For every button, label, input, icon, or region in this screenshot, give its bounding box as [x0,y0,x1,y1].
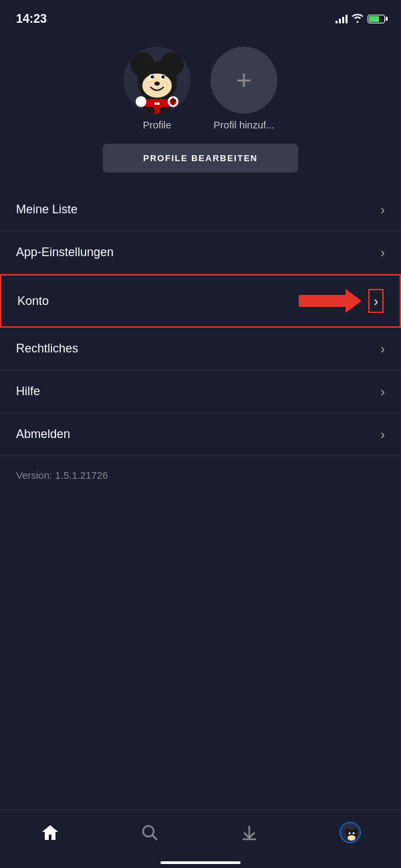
menu-item-hilfe[interactable]: Hilfe › [0,370,401,413]
menu-item-label: Hilfe [16,385,40,399]
menu-item-label: Meine Liste [16,203,78,217]
svg-point-8 [162,76,165,79]
download-icon [240,823,259,842]
menu-item-konto[interactable]: Konto › [0,274,401,328]
signal-icon [336,14,348,23]
svg-point-17 [136,96,146,107]
svg-point-27 [348,835,356,841]
battery-icon [368,15,385,23]
home-icon [41,823,59,842]
profile-label-add: Profil hinzuf... [214,119,275,130]
edit-profiles-button[interactable]: PROFILE BEARBEITEN [103,144,297,173]
svg-point-29 [352,832,354,834]
menu-list: Meine Liste › App-Einstellungen › Konto … [0,189,401,456]
nav-profile[interactable] [340,822,361,843]
menu-item-label: Abmelden [16,427,70,441]
status-bar: 14:23 [0,0,401,33]
chevron-right-icon: › [380,341,385,356]
svg-point-11 [154,102,157,105]
add-profile-avatar[interactable]: + [211,47,277,114]
svg-rect-13 [142,107,154,114]
status-time: 14:23 [16,12,47,26]
svg-line-21 [152,835,157,840]
konto-arrow-area: › [299,289,384,313]
profile-label-existing: Profile [143,119,172,130]
chevron-right-icon: › [380,427,385,442]
nav-downloads[interactable] [240,823,259,842]
mickey-svg [124,47,190,114]
nav-search[interactable] [140,823,159,842]
menu-item-label: Konto [17,294,49,308]
search-icon [140,823,159,842]
version-text: Version: 1.5.1.21726 [0,456,401,494]
menu-item-label: Rechtliches [16,342,78,356]
svg-point-28 [348,832,350,834]
status-icons [336,13,385,25]
svg-rect-14 [160,107,172,114]
home-indicator [160,861,241,864]
chevron-right-icon: › [380,384,385,399]
nav-home[interactable] [41,823,59,842]
menu-item-label: App-Einstellungen [16,245,114,259]
nav-profile-avatar [340,822,361,843]
wifi-icon [352,13,364,25]
plus-icon: + [236,67,251,94]
chevron-container: › [368,289,384,313]
svg-point-7 [151,76,154,79]
chevron-right-icon: › [380,202,385,217]
svg-point-12 [157,102,160,105]
profile-item-existing[interactable]: Profile [124,47,190,130]
menu-item-abmelden[interactable]: Abmelden › [0,413,401,456]
menu-item-meine-liste[interactable]: Meine Liste › [0,189,401,231]
profile-avatar-mickey[interactable] [124,47,190,114]
bottom-nav [0,809,401,868]
profile-section: Profile + Profil hinzuf... PROFILE BEARB… [0,33,401,189]
svg-point-9 [154,82,160,86]
profile-item-add[interactable]: + Profil hinzuf... [211,47,277,130]
red-arrow-indicator [299,289,362,313]
menu-item-rechtliches[interactable]: Rechtliches › [0,328,401,370]
chevron-right-icon: › [374,294,378,309]
chevron-right-icon: › [380,245,385,260]
profiles-row: Profile + Profil hinzuf... [124,47,277,130]
menu-item-app-einstellungen[interactable]: App-Einstellungen › [0,231,401,274]
svg-point-20 [143,826,154,837]
